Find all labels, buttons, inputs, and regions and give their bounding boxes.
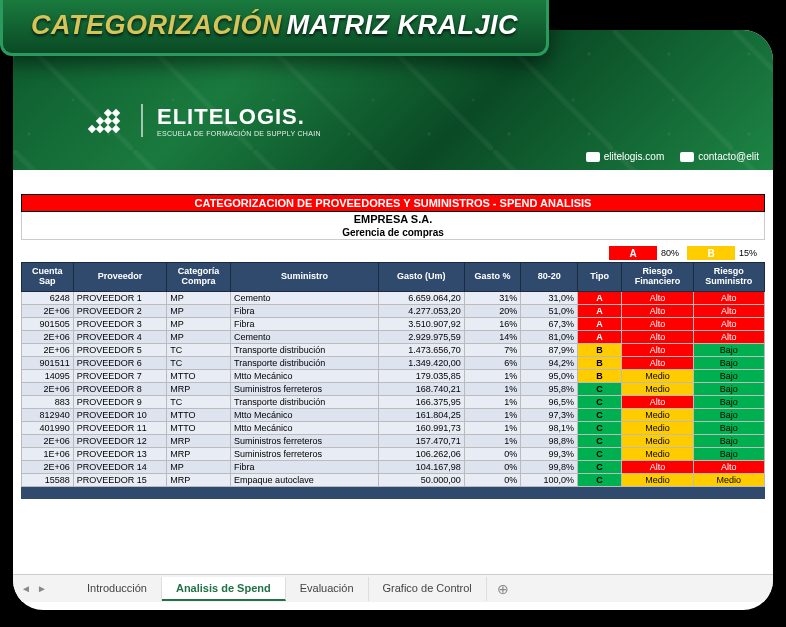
cell-proveedor[interactable]: PROVEEDOR 9 — [73, 395, 166, 408]
table-row[interactable]: 901511PROVEEDOR 6TCTransporte distribuci… — [22, 356, 765, 369]
cell-gasto[interactable]: 4.277.053,20 — [378, 304, 464, 317]
cell-categoria[interactable]: TC — [167, 395, 231, 408]
cell-categoria[interactable]: MRP — [167, 382, 231, 395]
cell-categoria[interactable]: MRP — [167, 434, 231, 447]
cell-suministro[interactable]: Fibra — [231, 317, 379, 330]
cell-gasto-pct[interactable]: 0% — [464, 460, 521, 473]
add-sheet-button[interactable]: ⊕ — [487, 577, 519, 601]
cell-riesgo-sum[interactable]: Bajo — [693, 382, 764, 395]
table-row[interactable]: 901505PROVEEDOR 3MPFibra3.510.907,9216%6… — [22, 317, 765, 330]
cell-tipo[interactable]: C — [577, 382, 621, 395]
cell-proveedor[interactable]: PROVEEDOR 6 — [73, 356, 166, 369]
cell-cuenta[interactable]: 2E+06 — [22, 343, 74, 356]
cell-proveedor[interactable]: PROVEEDOR 14 — [73, 460, 166, 473]
cell-8020[interactable]: 99,8% — [521, 460, 578, 473]
table-row[interactable]: 1E+06PROVEEDOR 13MRPSuministros ferreter… — [22, 447, 765, 460]
cell-cuenta[interactable]: 812940 — [22, 408, 74, 421]
cell-proveedor[interactable]: PROVEEDOR 3 — [73, 317, 166, 330]
sheet-tab[interactable]: Analisis de Spend — [162, 577, 286, 601]
data-table[interactable]: Cuenta SapProveedorCategoría CompraSumin… — [21, 262, 765, 487]
cell-gasto-pct[interactable]: 20% — [464, 304, 521, 317]
cell-cuenta[interactable]: 401990 — [22, 421, 74, 434]
cell-tipo[interactable]: B — [577, 343, 621, 356]
cell-8020[interactable]: 95,0% — [521, 369, 578, 382]
cell-proveedor[interactable]: PROVEEDOR 4 — [73, 330, 166, 343]
table-row[interactable]: 15588PROVEEDOR 15MRPEmpaque autoclave50.… — [22, 473, 765, 486]
cell-tipo[interactable]: C — [577, 460, 621, 473]
cell-riesgo-sum[interactable]: Bajo — [693, 369, 764, 382]
cell-categoria[interactable]: MP — [167, 330, 231, 343]
cell-riesgo-fin[interactable]: Alto — [622, 304, 693, 317]
col-header[interactable]: Riesgo Financiero — [622, 263, 693, 292]
table-row[interactable]: 883PROVEEDOR 9TCTransporte distribución1… — [22, 395, 765, 408]
cell-gasto[interactable]: 104.167,98 — [378, 460, 464, 473]
col-header[interactable]: Suministro — [231, 263, 379, 292]
cell-categoria[interactable]: TC — [167, 356, 231, 369]
cell-8020[interactable]: 51,0% — [521, 304, 578, 317]
cell-categoria[interactable]: MP — [167, 317, 231, 330]
col-header[interactable]: Tipo — [577, 263, 621, 292]
cell-cuenta[interactable]: 2E+06 — [22, 330, 74, 343]
cell-8020[interactable]: 96,5% — [521, 395, 578, 408]
col-header[interactable]: Categoría Compra — [167, 263, 231, 292]
cell-gasto[interactable]: 1.473.656,70 — [378, 343, 464, 356]
cell-proveedor[interactable]: PROVEEDOR 7 — [73, 369, 166, 382]
cell-proveedor[interactable]: PROVEEDOR 5 — [73, 343, 166, 356]
cell-riesgo-sum[interactable]: Alto — [693, 304, 764, 317]
cell-proveedor[interactable]: PROVEEDOR 8 — [73, 382, 166, 395]
cell-8020[interactable]: 81,0% — [521, 330, 578, 343]
cell-suministro[interactable]: Transporte distribución — [231, 356, 379, 369]
cell-riesgo-fin[interactable]: Medio — [622, 408, 693, 421]
cell-tipo[interactable]: C — [577, 408, 621, 421]
cell-suministro[interactable]: Transporte distribución — [231, 395, 379, 408]
cell-riesgo-sum[interactable]: Bajo — [693, 421, 764, 434]
cell-gasto-pct[interactable]: 0% — [464, 447, 521, 460]
col-header[interactable]: Proveedor — [73, 263, 166, 292]
cell-categoria[interactable]: MTTO — [167, 369, 231, 382]
cell-8020[interactable]: 97,3% — [521, 408, 578, 421]
table-body[interactable]: 6248PROVEEDOR 1MPCemento6.659.064,2031%3… — [22, 291, 765, 486]
cell-suministro[interactable]: Fibra — [231, 304, 379, 317]
cell-riesgo-fin[interactable]: Alto — [622, 343, 693, 356]
cell-8020[interactable]: 87,9% — [521, 343, 578, 356]
cell-8020[interactable]: 95,8% — [521, 382, 578, 395]
cell-cuenta[interactable]: 1E+06 — [22, 447, 74, 460]
cell-categoria[interactable]: MRP — [167, 447, 231, 460]
cell-riesgo-sum[interactable]: Bajo — [693, 395, 764, 408]
cell-proveedor[interactable]: PROVEEDOR 15 — [73, 473, 166, 486]
cell-8020[interactable]: 99,3% — [521, 447, 578, 460]
cell-riesgo-sum[interactable]: Bajo — [693, 434, 764, 447]
cell-gasto-pct[interactable]: 31% — [464, 291, 521, 304]
cell-cuenta[interactable]: 14095 — [22, 369, 74, 382]
cell-suministro[interactable]: Suministros ferreteros — [231, 382, 379, 395]
cell-tipo[interactable]: C — [577, 473, 621, 486]
cell-tipo[interactable]: C — [577, 395, 621, 408]
cell-suministro[interactable]: Mtto Mecánico — [231, 408, 379, 421]
cell-cuenta[interactable]: 2E+06 — [22, 434, 74, 447]
email-chip[interactable]: contacto@elit — [680, 151, 759, 162]
cell-gasto-pct[interactable]: 1% — [464, 434, 521, 447]
cell-suministro[interactable]: Mtto Mecánico — [231, 369, 379, 382]
cell-cuenta[interactable]: 15588 — [22, 473, 74, 486]
cell-riesgo-sum[interactable]: Alto — [693, 317, 764, 330]
cell-riesgo-fin[interactable]: Medio — [622, 447, 693, 460]
cell-riesgo-sum[interactable]: Alto — [693, 460, 764, 473]
website-chip[interactable]: elitelogis.com — [586, 151, 665, 162]
cell-riesgo-fin[interactable]: Medio — [622, 382, 693, 395]
cell-suministro[interactable]: Empaque autoclave — [231, 473, 379, 486]
cell-categoria[interactable]: MTTO — [167, 421, 231, 434]
cell-riesgo-fin[interactable]: Medio — [622, 421, 693, 434]
cell-gasto-pct[interactable]: 16% — [464, 317, 521, 330]
cell-tipo[interactable]: C — [577, 434, 621, 447]
cell-gasto[interactable]: 2.929.975,59 — [378, 330, 464, 343]
col-header[interactable]: Gasto % — [464, 263, 521, 292]
cell-suministro[interactable]: Cemento — [231, 291, 379, 304]
cell-proveedor[interactable]: PROVEEDOR 2 — [73, 304, 166, 317]
cell-gasto[interactable]: 166.375,95 — [378, 395, 464, 408]
cell-proveedor[interactable]: PROVEEDOR 10 — [73, 408, 166, 421]
table-row[interactable]: 812940PROVEEDOR 10MTTOMtto Mecánico161.8… — [22, 408, 765, 421]
cell-riesgo-fin[interactable]: Alto — [622, 356, 693, 369]
cell-gasto-pct[interactable]: 1% — [464, 421, 521, 434]
cell-riesgo-fin[interactable]: Alto — [622, 330, 693, 343]
cell-suministro[interactable]: Cemento — [231, 330, 379, 343]
